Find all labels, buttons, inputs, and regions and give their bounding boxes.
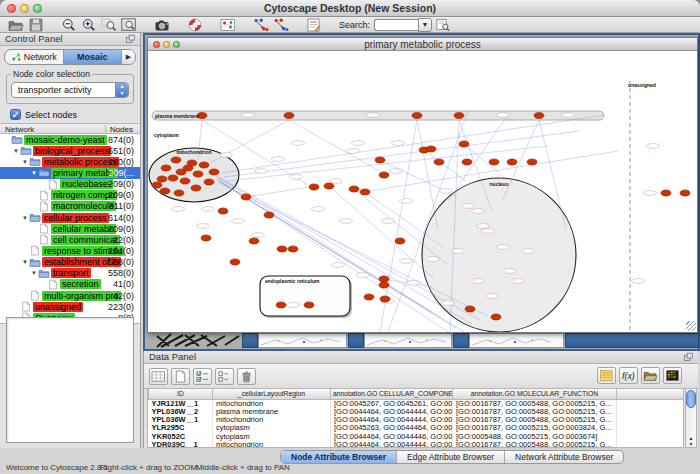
close-button[interactable] [7,4,16,13]
zoom-selected-region-button[interactable] [99,17,119,32]
zoom-button[interactable] [33,4,42,13]
table-scrollbar[interactable]: ▲▼ [685,388,697,448]
column-header[interactable] [617,389,685,399]
network-node[interactable] [661,190,671,196]
tree-row-cell-communicat[interactable]: cell communicat22(0) [0,234,140,245]
network-node[interactable] [209,169,219,175]
network-view-manager-button[interactable] [218,17,238,32]
tree-row-establishment-of-lo[interactable]: ▼establishment of lo558(0) [0,257,140,268]
annotation-form-button[interactable] [304,17,324,32]
tree-row-cellular-process[interactable]: ▼cellular process614(0) [0,212,140,223]
minimize-button[interactable] [20,4,29,13]
network-node[interactable] [168,175,178,181]
network-node[interactable] [454,112,464,118]
network-node[interactable] [161,165,171,171]
network-edge[interactable] [417,120,438,229]
network-node[interactable] [249,238,259,244]
zoom-in-button[interactable] [79,17,99,32]
open-file-button[interactable] [6,17,26,32]
tab-node-attribute-browser[interactable]: Node Attribute Browser [281,451,396,463]
network-node[interactable] [199,162,209,168]
tree-row-macromolecule[interactable]: macromolecule311(0) [0,201,140,212]
column-header[interactable]: annotation.GO CELLULAR_COMPONENT [331,389,453,399]
network-node[interactable] [364,294,374,300]
network-edge[interactable] [329,186,434,279]
tree-row-cellular-metabo[interactable]: cellular metabo209(0) [0,223,140,234]
column-header[interactable]: annotation.GO MOLECULAR_FUNCTION [453,389,617,399]
tree-row-nucleobase-[interactable]: nucleobase-209(0) [0,179,140,190]
expand-arrow-icon[interactable]: ▼ [21,215,29,221]
network-node[interactable] [379,282,389,288]
network-node[interactable] [176,169,186,175]
tab-mosaic[interactable]: Mosaic [64,50,123,64]
tree-row-secretion[interactable]: secretion41(0) [0,279,140,290]
new-attribute-button[interactable] [171,368,190,385]
view-minimize-button[interactable] [163,41,170,48]
network-node[interactable] [309,184,319,190]
layout-create-view-button[interactable] [251,17,271,32]
background-window-preview[interactable] [258,333,347,348]
tree-row-nitrogen-compo[interactable]: nitrogen compo209(0) [0,190,140,201]
network-node[interactable] [187,160,197,166]
tree-row-primary-metabo[interactable]: ▼primary metabo209(... [0,167,140,178]
table-row[interactable]: YDR039C__1mitochondrion[GO:0044464, GO:0… [149,441,685,448]
network-node[interactable] [160,188,170,194]
network-node[interactable] [241,194,251,200]
birds-eye-view[interactable] [6,317,134,443]
attribute-table[interactable]: ID_cellularLayoutRegionannotation.GO CEL… [147,388,684,448]
network-node[interactable] [171,157,181,163]
network-node[interactable] [204,179,214,185]
network-edge[interactable] [289,120,383,173]
tab-edge-attribute-browser[interactable]: Edge Attribute Browser [396,451,504,463]
snapshot-camera-button[interactable] [152,17,172,32]
help-lifesaver-button[interactable] [185,17,205,32]
network-node[interactable] [304,302,314,308]
network-node[interactable] [380,296,390,302]
layout-destroy-view-button[interactable] [271,17,291,32]
network-node[interactable] [324,183,334,189]
expand-arrow-icon[interactable]: ▼ [21,159,29,165]
network-node[interactable] [379,172,389,178]
background-window-titlebar[interactable] [453,333,469,348]
resize-grip[interactable] [686,321,696,331]
network-node[interactable] [193,171,203,177]
tree-row-transport[interactable]: ▼transport558(0) [0,268,140,279]
zoom-out-button[interactable] [59,17,79,32]
network-node[interactable] [534,112,544,118]
search-options-button[interactable] [432,17,452,32]
tab-network-attribute-browser[interactable]: Network Attribute Browser [504,451,623,463]
network-view-window[interactable]: primary metabolic process plasma membran… [147,37,698,333]
network-node[interactable] [507,159,517,165]
view-zoom-button[interactable] [173,41,180,48]
network-node[interactable] [230,259,240,265]
network-node[interactable] [349,186,359,192]
tab-network[interactable]: Network [5,50,64,64]
import-attributes-button[interactable] [641,367,660,384]
network-edge[interactable] [246,187,310,197]
network-edge[interactable] [424,150,466,181]
network-node[interactable] [277,246,287,252]
background-window-titlebar[interactable] [242,333,258,348]
network-node[interactable] [375,157,385,163]
network-node[interactable] [680,190,690,196]
network-node[interactable] [379,276,389,282]
import-table-button[interactable] [149,368,168,385]
expand-arrow-icon[interactable]: ▼ [12,148,20,154]
float-panel-icon[interactable] [683,352,694,362]
table-row[interactable]: YKR052Ccytoplasm[GO:0044464, GO:0044446,… [149,433,685,441]
tree-row-response-to-stimulu[interactable]: response to stimulu264(0) [0,245,140,256]
window-titlebar[interactable]: Cytoscape Desktop (New Session) [0,0,700,17]
tree-row-metabolic-process[interactable]: ▼metabolic process280(0) [0,156,140,167]
network-node[interactable] [491,314,501,320]
network-node[interactable] [462,159,472,165]
save-session-button[interactable] [26,17,46,32]
network-node[interactable] [527,159,537,165]
network-node[interactable] [276,302,286,308]
table-row[interactable]: YPL036W__1mitochondrion[GO:0044464, GO:0… [149,416,685,424]
select-nodes-checkbox[interactable]: ✓ [10,109,21,120]
tab-overflow-button[interactable]: ▶ [122,50,135,64]
network-node[interactable] [288,246,298,252]
unselect-attributes-button[interactable] [215,368,234,385]
background-window-titlebar[interactable] [348,333,364,348]
network-node[interactable] [201,235,211,241]
